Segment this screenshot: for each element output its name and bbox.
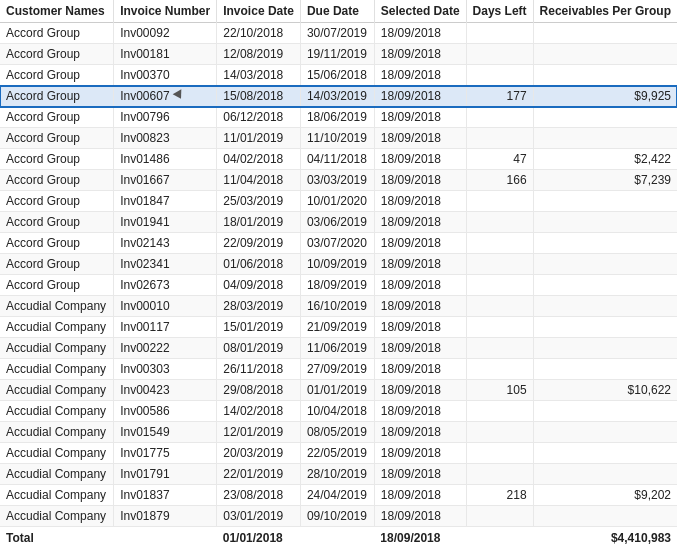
cell-invoice-number: Inv00181 [114,44,217,65]
cell-invoice-date: 04/09/2018 [217,275,301,296]
cell-due-date: 24/04/2019 [300,485,374,506]
cell-days-left: 177 [466,86,533,107]
cell-due-date: 18/09/2019 [300,275,374,296]
cell-customer: Accudial Company [0,317,114,338]
cell-selected-date: 18/09/2018 [374,338,466,359]
col-header-days-left[interactable]: Days Left [466,0,533,23]
table-row[interactable]: Accord GroupInv0166711/04/201803/03/2019… [0,170,677,191]
col-header-invoice-number[interactable]: Invoice Number [114,0,217,23]
table-row[interactable]: Accord GroupInv0184725/03/201910/01/2020… [0,191,677,212]
table-row[interactable]: Accudial CompanyInv0154912/01/201908/05/… [0,422,677,443]
table-row[interactable]: Accord GroupInv0009222/10/201830/07/2019… [0,23,677,44]
cell-selected-date: 18/09/2018 [374,23,466,44]
cell-invoice-date: 23/08/2018 [217,485,301,506]
cell-customer: Accudial Company [0,380,114,401]
cell-customer: Accord Group [0,233,114,254]
cell-invoice-number: Inv00092 [114,23,217,44]
col-header-receivables[interactable]: Receivables Per Group [533,0,677,23]
cell-invoice-number: Inv01879 [114,506,217,527]
cell-invoice-number: Inv00423 [114,380,217,401]
cell-receivables [533,422,677,443]
cell-customer: Accord Group [0,128,114,149]
table-row[interactable]: Accudial CompanyInv0179122/01/201928/10/… [0,464,677,485]
cell-invoice-date: 12/01/2019 [217,422,301,443]
cell-selected-date: 18/09/2018 [374,44,466,65]
cell-days-left [466,44,533,65]
cell-invoice-date: 20/03/2019 [217,443,301,464]
col-header-invoice-date[interactable]: Invoice Date [217,0,301,23]
table-row[interactable]: Accord GroupInv0194118/01/201903/06/2019… [0,212,677,233]
cell-customer: Accord Group [0,65,114,86]
cell-due-date: 01/01/2019 [300,380,374,401]
footer-selected-date: 18/09/2018 [374,527,466,550]
table-row[interactable]: Accudial CompanyInv0011715/01/201921/09/… [0,317,677,338]
table-row[interactable]: Accord GroupInv00607 15/08/201814/03/201… [0,86,677,107]
cell-customer: Accudial Company [0,422,114,443]
cell-days-left [466,212,533,233]
cell-selected-date: 18/09/2018 [374,65,466,86]
cell-receivables [533,44,677,65]
cell-selected-date: 18/09/2018 [374,359,466,380]
cell-receivables: $10,622 [533,380,677,401]
cell-invoice-date: 03/01/2019 [217,506,301,527]
cell-receivables [533,23,677,44]
cell-customer: Accord Group [0,275,114,296]
table-row[interactable]: Accudial CompanyInv0058614/02/201810/04/… [0,401,677,422]
cell-due-date: 09/10/2019 [300,506,374,527]
table-row[interactable]: Accord GroupInv0214322/09/201903/07/2020… [0,233,677,254]
cell-selected-date: 18/09/2018 [374,212,466,233]
cell-customer: Accord Group [0,170,114,191]
table-row[interactable]: Accudial CompanyInv0042329/08/201801/01/… [0,380,677,401]
table-row[interactable]: Accudial CompanyInv0183723/08/201824/04/… [0,485,677,506]
table-row[interactable]: Accord GroupInv0267304/09/201818/09/2019… [0,275,677,296]
col-header-customer[interactable]: Customer Names [0,0,114,23]
cell-receivables: $9,202 [533,485,677,506]
cell-selected-date: 18/09/2018 [374,401,466,422]
col-header-selected-date[interactable]: Selected Date [374,0,466,23]
table-row[interactable]: Accord GroupInv0018112/08/201919/11/2019… [0,44,677,65]
table-row[interactable]: Accudial CompanyInv0022208/01/201911/06/… [0,338,677,359]
cell-due-date: 03/06/2019 [300,212,374,233]
cell-days-left [466,443,533,464]
cell-receivables [533,107,677,128]
table-row[interactable]: Accudial CompanyInv0177520/03/201922/05/… [0,443,677,464]
cell-customer: Accudial Company [0,401,114,422]
cell-invoice-number: Inv00607 [114,86,217,107]
table-row[interactable]: Accord GroupInv0234101/06/201810/09/2019… [0,254,677,275]
cell-invoice-number: Inv02143 [114,233,217,254]
table-row[interactable]: Accord GroupInv0082311/01/201911/10/2019… [0,128,677,149]
cell-receivables [533,254,677,275]
cell-invoice-date: 22/01/2019 [217,464,301,485]
table-row[interactable]: Accord GroupInv0037014/03/201815/06/2018… [0,65,677,86]
cell-days-left [466,338,533,359]
cell-customer: Accudial Company [0,443,114,464]
cell-invoice-date: 26/11/2018 [217,359,301,380]
cell-due-date: 22/05/2019 [300,443,374,464]
cell-days-left [466,23,533,44]
cell-invoice-date: 11/04/2018 [217,170,301,191]
cell-due-date: 11/10/2019 [300,128,374,149]
table-row[interactable]: Accord GroupInv0148604/02/201804/11/2018… [0,149,677,170]
table-row[interactable]: Accord GroupInv0079606/12/201818/06/2019… [0,107,677,128]
cell-days-left [466,317,533,338]
cell-invoice-date: 18/01/2019 [217,212,301,233]
cell-receivables: $9,925 [533,86,677,107]
table-row[interactable]: Accudial CompanyInv0030326/11/201827/09/… [0,359,677,380]
cell-invoice-number: Inv00370 [114,65,217,86]
cell-invoice-date: 29/08/2018 [217,380,301,401]
cell-days-left: 105 [466,380,533,401]
cell-receivables [533,296,677,317]
cell-due-date: 21/09/2019 [300,317,374,338]
table-row[interactable]: Accudial CompanyInv0001028/03/201916/10/… [0,296,677,317]
cell-receivables [533,191,677,212]
cell-customer: Accord Group [0,254,114,275]
cell-receivables [533,128,677,149]
table-row[interactable]: Accudial CompanyInv0187903/01/201909/10/… [0,506,677,527]
col-header-due-date[interactable]: Due Date [300,0,374,23]
cell-selected-date: 18/09/2018 [374,464,466,485]
cell-days-left: 218 [466,485,533,506]
cell-days-left [466,296,533,317]
cell-customer: Accudial Company [0,296,114,317]
cell-selected-date: 18/09/2018 [374,485,466,506]
invoices-table: Customer Names Invoice Number Invoice Da… [0,0,677,549]
